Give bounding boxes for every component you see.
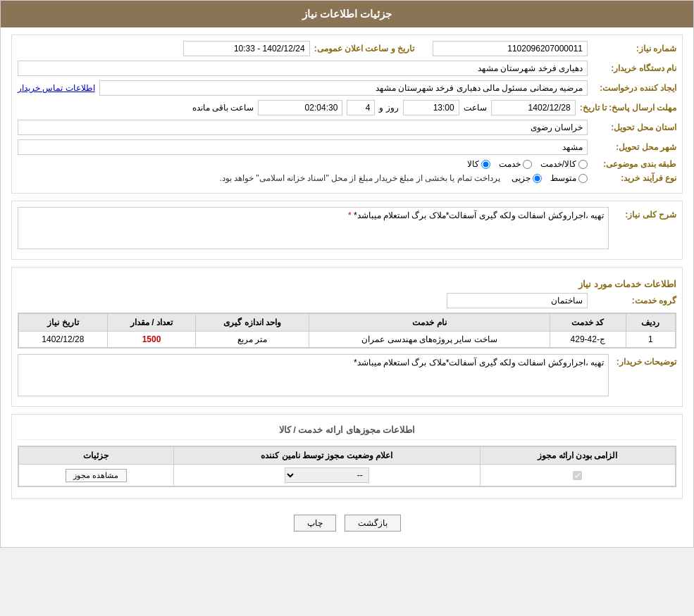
purchase-note: پرداخت تمام یا بخشی از مبلغ خریدار مبلغ … (219, 173, 500, 183)
creator-value: مرضیه رمضانی مسئول مالی دهیاری فرخد شهرس… (99, 80, 588, 96)
row-need-number: شماره نیاز: 1102096207000011 تاریخ و ساع… (18, 41, 676, 56)
header-title: جزئیات اطلاعات نیاز (302, 8, 392, 20)
row-creator: ایجاد کننده درخواست: مرضیه رمضانی مسئول … (18, 80, 676, 96)
print-button[interactable]: چاپ (294, 515, 336, 532)
need-desc-row: شرح کلی نیاز: تهیه ،اجراروکش اسفالت ولکه… (18, 207, 676, 249)
col-details: جزئیات (19, 447, 174, 465)
col-code: کد خدمت (550, 314, 626, 332)
required-checkbox[interactable] (573, 471, 582, 480)
date-value: 1402/12/24 - 10:33 (183, 41, 310, 56)
group-value: ساختمان (447, 293, 588, 308)
col-required: الزامی بودن ارائه مجوز (480, 447, 675, 465)
row-date: 1402/12/28 (19, 332, 108, 348)
province-label: استان محل تحویل: (592, 122, 676, 132)
radio-motawaset-input[interactable] (578, 174, 588, 183)
main-content: AnaT ender.net شماره نیاز: 1102096207000… (1, 27, 693, 547)
content-inner: شماره نیاز: 1102096207000011 تاریخ و ساع… (11, 34, 683, 540)
col-status: اعلام وضعیت مجوز توسط نامین کننده (173, 447, 480, 465)
row-province: استان محل تحویل: خراسان رضوی (18, 120, 676, 135)
services-table: ردیف کد خدمت نام خدمت واحد اندازه گیری ت… (18, 313, 676, 348)
radio-kala[interactable]: کالا (467, 159, 490, 169)
need-number-value: 1102096207000011 (433, 41, 588, 56)
creator-label: ایجاد کننده درخواست: (592, 83, 676, 93)
days-value: 4 (347, 100, 375, 115)
col-qty: تعداد / مقدار (107, 314, 196, 332)
footer-buttons: بازگشت چاپ (11, 506, 683, 540)
remaining-label: ساعت باقی مانده (192, 103, 254, 113)
radio-jozi-input[interactable] (533, 174, 542, 183)
time-label: ساعت (464, 103, 487, 113)
province-value: خراسان رضوی (18, 120, 588, 135)
row-buyer-org: نام دستگاه خریدار: دهیاری فرخد شهرستان م… (18, 61, 676, 76)
row-city: شهر محل تحویل: مشهد (18, 139, 676, 155)
back-button[interactable]: بازگشت (345, 515, 401, 532)
row-unit: متر مربع (196, 332, 309, 348)
city-value: مشهد (18, 139, 588, 155)
row-num: 1 (626, 332, 675, 348)
remaining-value: 02:04:30 (258, 100, 342, 115)
buyer-org-label: نام دستگاه خریدار: (592, 63, 676, 73)
row-category: طبقه بندی موضوعی: کالا/خدمت خدمت کالا (18, 159, 676, 169)
page-header: جزئیات اطلاعات نیاز (1, 1, 693, 27)
required-checkbox-cell (486, 471, 669, 480)
deadline-date-value: 1402/12/28 (491, 100, 576, 115)
view-license-button[interactable]: مشاهده مجوز (66, 469, 126, 482)
row-purchase-type: نوع فرآیند خرید: متوسط جزیی پرداخت تمام … (18, 173, 676, 183)
radio-motawaset[interactable]: متوسط (550, 173, 588, 183)
radio-kala-khadamat[interactable]: کالا/خدمت (540, 159, 588, 169)
col-num: ردیف (626, 314, 675, 332)
licenses-table: الزامی بودن ارائه مجوز اعلام وضعیت مجوز … (18, 446, 676, 486)
col-date: تاریخ نیاز (19, 314, 108, 332)
date-label: تاریخ و ساعت اعلان عمومی: (314, 44, 414, 54)
radio-jozi[interactable]: جزیی (512, 173, 542, 183)
contact-link[interactable]: اطلاعات تماس خریدار (18, 83, 95, 93)
purchase-type-label: نوع فرآیند خرید: (592, 173, 676, 183)
status-select[interactable]: -- (285, 467, 369, 483)
col-unit: واحد اندازه گیری (196, 314, 309, 332)
deadline-time-value: 13:00 (403, 100, 459, 115)
table-row: 1 ج-42-429 ساخت سایر پروژه‌های مهندسی عم… (19, 332, 676, 348)
buyer-org-value: دهیاری فرخد شهرستان مشهد (18, 61, 588, 76)
deadline-label: مهلت ارسال پاسخ: تا تاریخ: (580, 103, 676, 113)
need-desc-content: تهیه ،اجراروکش اسفالت ولکه گیری آسفالت*م… (18, 207, 609, 249)
need-number-label: شماره نیاز: (592, 44, 676, 54)
purchase-type-radio-group: متوسط جزیی (512, 173, 588, 183)
category-label: طبقه بندی موضوعی: (592, 159, 676, 169)
row-service-name: ساخت سایر پروژه‌های مهندسی عمران (309, 332, 550, 348)
buyer-desc-content: تهیه ،اجراروکش اسفالت ولکه گیری آسفالت*م… (18, 354, 609, 396)
radio-khadamat[interactable]: خدمت (499, 159, 532, 169)
group-service-row: گروه خدمت: ساختمان (18, 293, 676, 308)
radio-kala-khadamat-input[interactable] (578, 160, 588, 169)
licenses-section: اطلاعات مجوزهای ارائه خدمت / کالا الزامی… (11, 414, 683, 499)
licenses-table-container: الزامی بودن ارائه مجوز اعلام وضعیت مجوز … (18, 446, 676, 487)
page-wrapper: جزئیات اطلاعات نیاز AnaT ender.net شماره… (0, 0, 694, 548)
row-quantity: 1500 (107, 332, 196, 348)
days-label: روز و (379, 103, 398, 113)
group-label: گروه خدمت: (592, 296, 676, 306)
license-row: -- مشاهده مجوز (19, 465, 676, 486)
category-radio-group: کالا/خدمت خدمت کالا (467, 159, 588, 169)
city-label: شهر محل تحویل: (592, 142, 676, 152)
services-title: اطلاعات خدمات مورد نیاز (18, 279, 676, 289)
radio-kala-input[interactable] (481, 160, 490, 169)
col-name: نام خدمت (309, 314, 550, 332)
radio-khadamat-input[interactable] (523, 160, 532, 169)
buyer-desc-label: توضیحات خریدار: (613, 354, 676, 367)
services-section: اطلاعات خدمات مورد نیاز گروه خدمت: ساختم… (11, 267, 683, 407)
services-table-container: ردیف کد خدمت نام خدمت واحد اندازه گیری ت… (18, 313, 676, 348)
main-info-section: شماره نیاز: 1102096207000011 تاریخ و ساع… (11, 34, 683, 194)
need-desc-section: شرح کلی نیاز: تهیه ،اجراروکش اسفالت ولکه… (11, 201, 683, 260)
row-code: ج-42-429 (550, 332, 626, 348)
buyer-desc-row: توضیحات خریدار: تهیه ،اجراروکش اسفالت ول… (18, 354, 676, 396)
licenses-title: اطلاعات مجوزهای ارائه خدمت / کالا (18, 420, 676, 440)
need-desc-label: شرح کلی نیاز: (613, 207, 676, 220)
row-deadline: مهلت ارسال پاسخ: تا تاریخ: 1402/12/28 سا… (18, 100, 676, 115)
